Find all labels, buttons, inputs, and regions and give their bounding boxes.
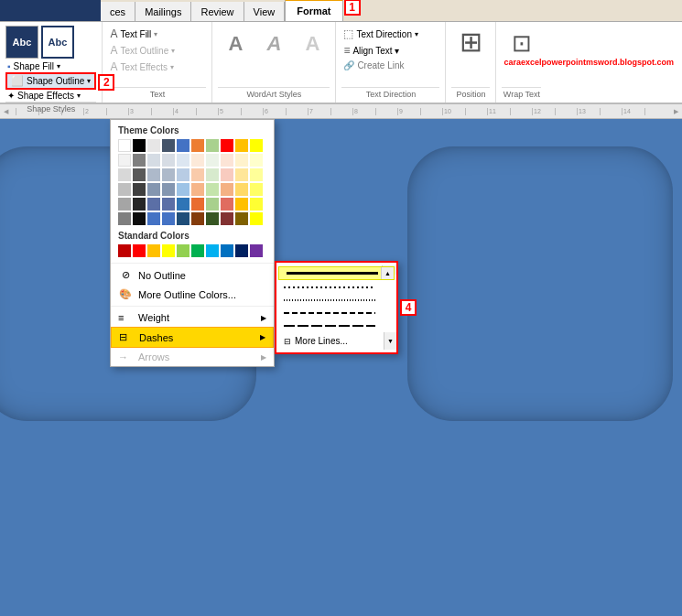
swatch[interactable]: [177, 183, 189, 196]
shape-right[interactable]: [407, 146, 673, 421]
weight-btn[interactable]: ≡ Weight ▶: [111, 308, 274, 327]
swatch[interactable]: [250, 154, 263, 167]
swatch[interactable]: [250, 244, 263, 257]
text-outline-btn[interactable]: A Text Outline ▾: [108, 42, 206, 59]
swatch[interactable]: [162, 183, 175, 196]
swatch[interactable]: [235, 198, 248, 211]
swatch[interactable]: [221, 244, 233, 257]
arrows-btn[interactable]: → Arrows ▶: [111, 348, 274, 366]
wrap-text-btn[interactable]: ⊡: [512, 29, 532, 58]
swatch[interactable]: [162, 154, 175, 167]
swatch[interactable]: [133, 244, 146, 257]
swatch[interactable]: [235, 212, 248, 225]
swatch[interactable]: [177, 198, 189, 211]
swatch[interactable]: [206, 244, 219, 257]
swatch[interactable]: [118, 154, 131, 167]
tab-view[interactable]: View: [244, 2, 286, 21]
swatch[interactable]: [191, 168, 204, 181]
swatch[interactable]: [118, 183, 131, 196]
swatch[interactable]: [177, 139, 189, 152]
swatch[interactable]: [162, 212, 175, 225]
swatch[interactable]: [221, 168, 233, 181]
dash-dotted-square[interactable]: [276, 294, 396, 307]
swatch[interactable]: [147, 244, 160, 257]
dash-short[interactable]: [276, 307, 396, 319]
swatch[interactable]: [221, 212, 233, 225]
swatch[interactable]: [206, 212, 219, 225]
swatch[interactable]: [177, 212, 189, 225]
swatch[interactable]: [133, 198, 146, 211]
dash-more-lines[interactable]: ⊟ More Lines...: [276, 332, 384, 350]
wordart-a2[interactable]: A: [256, 26, 291, 62]
dash-dotted-round[interactable]: [276, 281, 396, 294]
swatch[interactable]: [235, 154, 248, 167]
swatch[interactable]: [191, 212, 204, 225]
swatch[interactable]: [147, 198, 160, 211]
text-fill-btn[interactable]: A Text Fill ▾: [108, 26, 206, 42]
swatch[interactable]: [118, 212, 131, 225]
swatch[interactable]: [191, 139, 204, 152]
text-direction-btn[interactable]: ⬚ Text Direction ▾: [341, 26, 439, 42]
dash-solid[interactable]: ▲: [278, 266, 395, 280]
dash-long[interactable]: [276, 319, 396, 332]
swatch[interactable]: [250, 198, 263, 211]
swatch[interactable]: [118, 168, 131, 181]
align-text-btn[interactable]: ≡ Align Text ▾: [341, 42, 439, 59]
dashes-btn[interactable]: ⊟ Dashes ▶ 3: [111, 327, 274, 348]
swatch[interactable]: [133, 168, 146, 181]
swatch[interactable]: [133, 154, 146, 167]
shape-fill-btn[interactable]: ▪ Shape Fill ▾: [5, 60, 96, 72]
shape-style-light-btn[interactable]: Abc: [41, 26, 74, 59]
swatch[interactable]: [177, 168, 189, 181]
swatch[interactable]: [133, 212, 146, 225]
swatch[interactable]: [235, 244, 248, 257]
swatch[interactable]: [206, 198, 219, 211]
swatch[interactable]: [250, 183, 263, 196]
swatch[interactable]: [147, 154, 160, 167]
swatch[interactable]: [162, 244, 175, 257]
swatch[interactable]: [162, 168, 175, 181]
text-effects-btn[interactable]: A Text Effects ▾: [108, 59, 206, 75]
swatch[interactable]: [162, 139, 175, 152]
swatch[interactable]: [191, 183, 204, 196]
swatch[interactable]: [221, 139, 233, 152]
swatch[interactable]: [235, 183, 248, 196]
swatch[interactable]: [177, 154, 189, 167]
swatch[interactable]: [118, 244, 131, 257]
swatch[interactable]: [221, 183, 233, 196]
swatch[interactable]: [235, 168, 248, 181]
swatch[interactable]: [177, 244, 189, 257]
swatch[interactable]: [147, 183, 160, 196]
swatch[interactable]: [147, 139, 160, 152]
wordart-a3[interactable]: A: [295, 26, 330, 62]
swatch[interactable]: [133, 183, 146, 196]
wordart-a1[interactable]: A: [218, 26, 253, 62]
swatch[interactable]: [147, 168, 160, 181]
swatch[interactable]: [250, 168, 263, 181]
swatch[interactable]: [250, 212, 263, 225]
shape-outline-btn[interactable]: ⬜ Shape Outline ▾ 2: [5, 72, 96, 90]
swatch[interactable]: [118, 198, 131, 211]
swatch[interactable]: [235, 139, 248, 152]
swatch[interactable]: [206, 168, 219, 181]
no-outline-btn[interactable]: ⊘ No Outline: [111, 265, 274, 285]
shape-style-dark-btn[interactable]: Abc: [5, 26, 38, 59]
tab-review[interactable]: Review: [191, 2, 244, 21]
swatch[interactable]: [118, 139, 131, 152]
swatch[interactable]: [191, 244, 204, 257]
more-outline-colors-btn[interactable]: 🎨 More Outline Colors...: [111, 285, 274, 304]
swatch[interactable]: [133, 139, 146, 152]
swatch[interactable]: [206, 139, 219, 152]
shape-effects-btn[interactable]: ✦ Shape Effects ▾: [5, 90, 96, 102]
swatch[interactable]: [221, 198, 233, 211]
position-btn[interactable]: ⊞: [460, 26, 482, 58]
tab-ces[interactable]: ces: [101, 2, 135, 21]
swatch[interactable]: [191, 154, 204, 167]
swatch[interactable]: [221, 154, 233, 167]
create-link-btn[interactable]: 🔗 Create Link: [341, 59, 439, 72]
swatch[interactable]: [250, 139, 263, 152]
scroll-down-btn[interactable]: ▼: [384, 332, 396, 350]
swatch[interactable]: [206, 183, 219, 196]
tab-format[interactable]: Format 1: [285, 0, 342, 21]
tab-mailings[interactable]: Mailings: [135, 2, 191, 21]
